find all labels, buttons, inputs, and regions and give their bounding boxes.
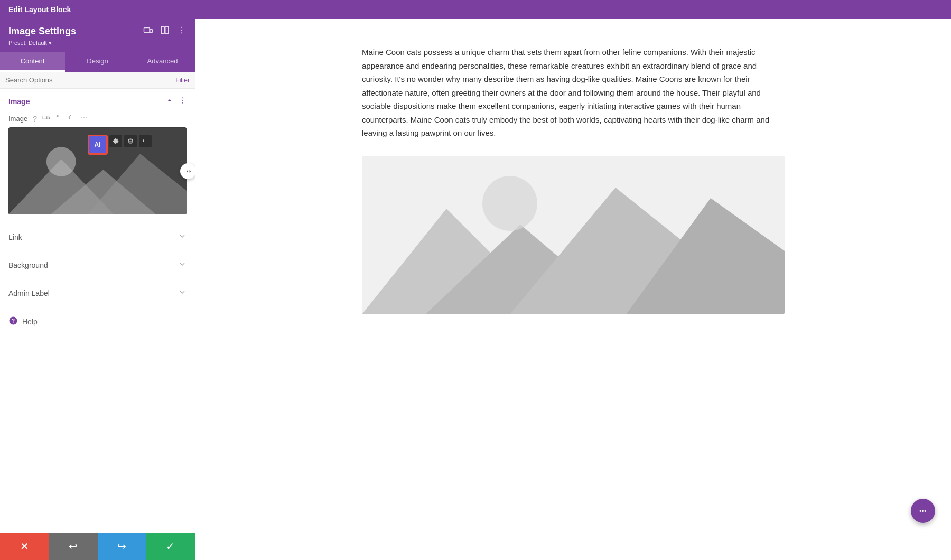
overlay-toolbar [109, 135, 152, 147]
svg-rect-1 [150, 30, 153, 33]
more-icon[interactable] [177, 25, 187, 37]
tab-advanced[interactable]: Advanced [130, 52, 195, 72]
image-section-title: Image [8, 97, 30, 106]
svg-point-9 [182, 102, 183, 104]
link-section-header[interactable]: Link [0, 223, 195, 251]
link-chevron-icon [178, 232, 187, 242]
svg-rect-11 [47, 117, 50, 119]
fab-button[interactable]: ••• [911, 499, 935, 523]
resize-handle[interactable] [180, 163, 195, 179]
help-area: ? Help [0, 307, 195, 336]
search-bar: + Filter [0, 72, 195, 89]
admin-label-section-header[interactable]: Admin Label [0, 279, 195, 307]
image-reset-icon[interactable] [68, 114, 75, 123]
search-input[interactable] [5, 76, 166, 84]
svg-point-4 [181, 27, 182, 28]
section-controls [165, 96, 187, 107]
fab-label: ••• [919, 508, 927, 514]
sidebar-header-icons [143, 25, 187, 37]
svg-point-13 [83, 117, 85, 118]
link-section: Link [0, 223, 195, 251]
tabs: Content Design Advanced [0, 52, 195, 72]
svg-point-8 [182, 100, 183, 101]
help-icon[interactable]: ? [8, 316, 18, 328]
admin-label-section: Admin Label [0, 279, 195, 307]
preset-label[interactable]: Preset: Default ▾ [8, 39, 187, 46]
svg-rect-0 [144, 28, 150, 33]
overlay-reset-icon[interactable] [139, 135, 152, 147]
undo-button[interactable]: ↩ [49, 533, 97, 560]
image-select-icon[interactable] [55, 114, 62, 123]
background-section: Background [0, 251, 195, 279]
responsive-icon[interactable] [143, 25, 153, 37]
svg-point-20 [46, 147, 76, 176]
action-bar: ✕ ↩ ↪ ✓ [0, 533, 195, 560]
split-icon[interactable] [160, 25, 170, 37]
confirm-button[interactable]: ✓ [146, 533, 195, 560]
top-bar-title: Edit Layout Block [8, 5, 71, 14]
svg-point-28 [482, 176, 537, 231]
section-collapse-icon[interactable] [165, 96, 174, 107]
svg-rect-3 [165, 26, 169, 34]
image-field-label: Image [8, 115, 27, 123]
ai-button-label: AI [95, 141, 101, 148]
admin-label-chevron-icon [178, 288, 187, 298]
tab-content[interactable]: Content [0, 52, 65, 72]
admin-label-text: Admin Label [8, 289, 50, 297]
sidebar-header: Image Settings Preset: Default ▾ [0, 19, 195, 52]
help-label: Help [22, 318, 38, 326]
image-section-header[interactable]: Image [0, 89, 195, 112]
large-image-placeholder [362, 156, 785, 314]
image-more-icon[interactable] [80, 114, 88, 123]
background-label: Background [8, 261, 48, 269]
svg-point-5 [181, 30, 182, 31]
image-preview[interactable]: AI [8, 127, 187, 214]
background-section-header[interactable]: Background [0, 251, 195, 279]
overlay-settings-icon[interactable] [109, 135, 122, 147]
svg-rect-10 [43, 116, 46, 119]
article-text: Maine Coon cats possess a unique charm t… [362, 45, 785, 140]
filter-button[interactable]: + Filter [170, 77, 190, 84]
main-content: Maine Coon cats possess a unique charm t… [195, 19, 951, 560]
section-menu-icon[interactable] [178, 96, 187, 107]
tab-design[interactable]: Design [65, 52, 130, 72]
redo-button[interactable]: ↪ [98, 533, 146, 560]
svg-rect-2 [161, 26, 164, 34]
image-responsive-icon[interactable] [42, 114, 50, 123]
svg-point-14 [86, 117, 87, 118]
image-preview-wrap: AI [8, 127, 187, 214]
svg-point-6 [181, 32, 182, 33]
help-tooltip-icon[interactable]: ? [33, 115, 37, 123]
background-chevron-icon [178, 260, 187, 270]
overlay-delete-icon[interactable] [124, 135, 137, 147]
sidebar-header-top: Image Settings [8, 25, 187, 37]
large-placeholder-svg [362, 156, 785, 314]
svg-text:?: ? [12, 318, 15, 324]
ai-button[interactable]: AI [88, 135, 108, 155]
sidebar-title: Image Settings [8, 26, 76, 37]
sidebar-content: Image Image ? [0, 89, 195, 533]
link-label: Link [8, 233, 22, 241]
image-controls-row: Image ? [0, 112, 195, 127]
top-bar: Edit Layout Block [0, 0, 951, 19]
svg-point-7 [182, 97, 183, 98]
main-layout: Image Settings Preset: Default ▾ [0, 19, 951, 560]
image-section: Image Image ? [0, 89, 195, 214]
svg-point-12 [81, 117, 82, 118]
cancel-button[interactable]: ✕ [0, 533, 49, 560]
sidebar: Image Settings Preset: Default ▾ [0, 19, 195, 560]
